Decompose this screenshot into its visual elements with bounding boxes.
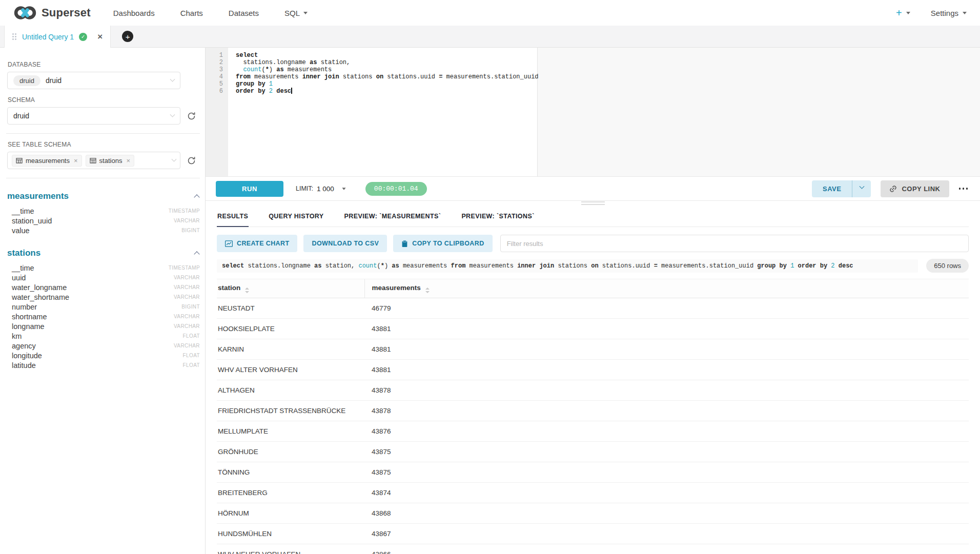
chevron-down-icon bbox=[170, 76, 175, 81]
column-type: VARCHAR bbox=[174, 323, 200, 329]
column-row: valueBIGINT bbox=[7, 225, 200, 235]
copy-link-button[interactable]: COPY LINK bbox=[881, 180, 949, 197]
chevron-up-icon[interactable] bbox=[194, 194, 199, 200]
settings-menu[interactable]: Settings bbox=[931, 9, 967, 17]
column-row: shortnameVARCHAR bbox=[7, 312, 200, 321]
table-cell: 43868 bbox=[364, 503, 969, 523]
more-options-icon[interactable] bbox=[958, 184, 969, 193]
pane-resize-grip[interactable] bbox=[206, 201, 980, 206]
filter-results-input[interactable] bbox=[500, 235, 969, 252]
line-number: 3 bbox=[206, 66, 223, 73]
add-tab-button[interactable]: + bbox=[122, 31, 133, 42]
column-type: VARCHAR bbox=[174, 284, 200, 290]
code-line: count(*) as measurements bbox=[236, 66, 539, 73]
limit-dropdown[interactable]: LIMIT: 1 000 bbox=[296, 185, 346, 193]
schema-table-header: measurements bbox=[7, 191, 200, 201]
nav-item-label: Charts bbox=[180, 9, 203, 17]
table-cell: 46779 bbox=[364, 298, 969, 318]
save-button[interactable]: SAVE bbox=[812, 180, 852, 197]
superset-logo[interactable]: Superset bbox=[13, 5, 91, 20]
table-cell: 43875 bbox=[364, 441, 969, 462]
table-row: KARNIN43881 bbox=[217, 339, 969, 359]
brand-title: Superset bbox=[42, 6, 91, 19]
sql-editor[interactable]: 123456 select stations.longname as stati… bbox=[206, 48, 980, 176]
sort-icon[interactable] bbox=[245, 288, 249, 293]
table-cell: 43878 bbox=[364, 400, 969, 421]
results-tab-preview-stations[interactable]: PREVIEW: `STATIONS` bbox=[461, 206, 535, 227]
schema-browser: measurements__timeTIMESTAMPstation_uuidV… bbox=[7, 191, 200, 370]
nav-item-sql[interactable]: SQL bbox=[284, 9, 308, 17]
schema-select[interactable]: druid bbox=[7, 107, 180, 125]
limit-value: 1 000 bbox=[317, 185, 334, 193]
table-cell: 43881 bbox=[364, 359, 969, 380]
table-cell: TÖNNING bbox=[217, 462, 364, 482]
schema-label: SCHEMA bbox=[8, 96, 200, 104]
nav-item-datasets[interactable]: Datasets bbox=[229, 9, 259, 17]
table-schema-label: SEE TABLE SCHEMA bbox=[8, 141, 200, 148]
column-name: agency bbox=[12, 342, 36, 350]
schema-table-name[interactable]: stations bbox=[7, 248, 40, 258]
column-row: __timeTIMESTAMP bbox=[7, 263, 200, 273]
results-actions: CREATE CHART DOWNLOAD TO CSV COPY TO CLI… bbox=[217, 235, 969, 252]
column-name: uuid bbox=[12, 274, 26, 282]
column-name: longname bbox=[12, 322, 45, 331]
column-header-station[interactable]: station bbox=[217, 279, 364, 298]
column-type: TIMESTAMP bbox=[169, 265, 200, 271]
schema-table-stations: stations__timeTIMESTAMPuuidVARCHARwater_… bbox=[7, 248, 200, 370]
table-row: HUNDSMÜHLEN43867 bbox=[217, 523, 969, 544]
code-line: stations.longname as station, bbox=[236, 59, 539, 66]
copy-clipboard-button[interactable]: COPY TO CLIPBOARD bbox=[393, 235, 492, 252]
results-tab-query-history[interactable]: QUERY HISTORY bbox=[268, 206, 324, 227]
selected-table-pill: measurements× bbox=[12, 155, 82, 167]
chevron-up-icon[interactable] bbox=[194, 251, 199, 257]
column-name: value bbox=[12, 227, 30, 235]
table-select[interactable]: measurements×stations× bbox=[7, 152, 180, 169]
table-cell: ALTHAGEN bbox=[217, 380, 364, 400]
selected-table-name: measurements bbox=[26, 157, 70, 165]
divider bbox=[6, 178, 200, 178]
save-options-button[interactable] bbox=[852, 180, 871, 197]
new-item-menu[interactable]: + bbox=[896, 8, 910, 18]
save-button-group: SAVE bbox=[812, 180, 871, 197]
table-cell: 43881 bbox=[364, 339, 969, 359]
remove-table-icon[interactable]: × bbox=[74, 157, 78, 165]
column-name: shortname bbox=[12, 313, 47, 321]
line-number: 4 bbox=[206, 73, 223, 80]
line-number: 5 bbox=[206, 80, 223, 88]
results-tabs: RESULTSQUERY HISTORYPREVIEW: `MEASUREMEN… bbox=[217, 206, 969, 227]
run-button[interactable]: RUN bbox=[216, 181, 283, 197]
column-row: water_shortnameVARCHAR bbox=[7, 292, 200, 302]
results-tab-preview-measurements[interactable]: PREVIEW: `MEASUREMENTS` bbox=[344, 206, 442, 227]
results-pane: RESULTSQUERY HISTORYPREVIEW: `MEASUREMEN… bbox=[206, 206, 980, 554]
refresh-schemas-button[interactable] bbox=[187, 112, 196, 120]
query-tab[interactable]: Untitled Query 1 ✓ × bbox=[4, 26, 111, 48]
create-chart-button[interactable]: CREATE CHART bbox=[217, 235, 297, 252]
sort-icon[interactable] bbox=[425, 288, 430, 293]
chevron-down-icon bbox=[170, 112, 175, 117]
schema-table-columns: __timeTIMESTAMPstation_uuidVARCHARvalueB… bbox=[7, 206, 200, 235]
column-row: water_longnameVARCHAR bbox=[7, 282, 200, 292]
database-select[interactable]: druid druid bbox=[7, 72, 180, 89]
nav-item-dashboards[interactable]: Dashboards bbox=[113, 9, 155, 17]
code-line: group by 1 bbox=[236, 80, 539, 88]
refresh-tables-button[interactable] bbox=[187, 156, 196, 165]
table-cell: FRIEDRICHSTADT STRASSENBRÜCKE bbox=[217, 400, 364, 421]
column-row: station_uuidVARCHAR bbox=[7, 216, 200, 225]
results-tab-results[interactable]: RESULTS bbox=[217, 206, 249, 227]
table-row: FRIEDRICHSTADT STRASSENBRÜCKE43878 bbox=[217, 400, 969, 421]
selected-table-pill: stations× bbox=[86, 155, 134, 167]
column-header-measurements[interactable]: measurements bbox=[364, 279, 969, 298]
limit-label: LIMIT: bbox=[296, 185, 313, 192]
settings-label: Settings bbox=[931, 9, 958, 17]
remove-table-icon[interactable]: × bbox=[126, 157, 130, 165]
nav-item-charts[interactable]: Charts bbox=[180, 9, 203, 17]
table-row: ALTHAGEN43878 bbox=[217, 380, 969, 400]
table-cell: 43874 bbox=[364, 482, 969, 503]
nav-item-label: SQL bbox=[284, 9, 300, 17]
copy-link-label: COPY LINK bbox=[902, 185, 940, 193]
download-csv-label: DOWNLOAD TO CSV bbox=[312, 240, 379, 247]
schema-table-name[interactable]: measurements bbox=[7, 191, 69, 201]
close-tab-icon[interactable]: × bbox=[97, 32, 103, 41]
download-csv-button[interactable]: DOWNLOAD TO CSV bbox=[303, 235, 387, 252]
column-type: VARCHAR bbox=[174, 314, 200, 319]
